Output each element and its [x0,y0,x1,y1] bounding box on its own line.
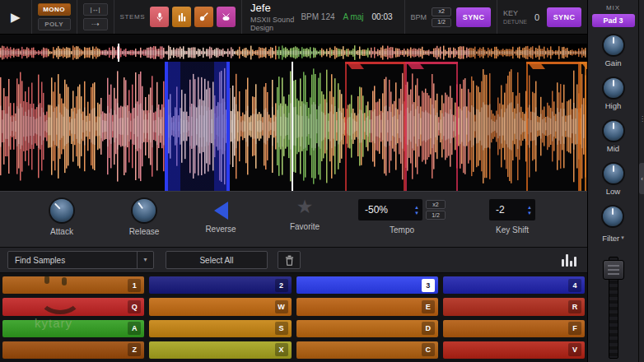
mono-button[interactable]: MONO [38,3,71,16]
reverse-label: Reverse [205,225,236,234]
pad-2[interactable]: 2 [149,276,291,294]
tempo-x2-button[interactable]: x2 [426,200,446,209]
pad-key-chip: D [422,322,435,335]
tempo-up-arrow[interactable]: ▲ [414,205,419,210]
pad-E[interactable]: E [296,298,438,315]
track-info: Jefe MSXII Sound Design [242,0,301,34]
collapse-panel-button[interactable]: ‹ [639,163,644,194]
trash-icon [285,255,294,266]
tempo-control: -50% ▲ ▼ x2 1/2 Tempo [349,199,455,234]
trim-mode-icon[interactable]: |↔| [83,3,108,16]
pad-key-chip: W [275,300,288,313]
tempo-half-button[interactable]: 1/2 [426,211,446,220]
knob-label: Gain [604,58,621,67]
pad-R[interactable]: R [443,298,585,315]
find-samples-label: Find Samples [8,256,137,265]
playback-mode-section: |↔| ·⇢ [77,0,114,34]
cue-segment[interactable] [345,62,405,191]
pad-Z[interactable]: Z [2,341,144,359]
cue-segment[interactable] [580,62,586,191]
pad-F[interactable]: F [443,320,585,337]
stem-drums-button[interactable] [217,7,236,27]
poly-button[interactable]: POLY [38,18,71,30]
pad-D[interactable]: D [296,320,438,337]
tempo-label: Tempo [390,225,414,234]
pad-3[interactable]: 3 [296,276,438,294]
release-control: Release [114,199,174,236]
bpm-readout: BPM 124 [301,12,334,21]
low-knob[interactable] [604,164,623,183]
high-knob[interactable] [604,78,623,98]
volume-fader[interactable] [597,257,630,362]
key-sync-button[interactable]: SYNC [547,7,581,27]
knob-label: Mid [607,144,619,153]
knob-indicator [613,80,614,86]
knob-label: High [605,101,622,110]
mixer-sidebar: MIX Pad 3 GainHighMidLow Filter ▾ [587,0,638,362]
key-labels: KEY DETUNE [503,9,527,25]
bpm-sync-button[interactable]: SYNC [456,7,491,27]
stem-melody-button[interactable] [172,7,191,27]
favorite-button[interactable]: ★ [296,196,314,217]
time-readout: 00:03 [372,12,393,21]
stem-bass-button[interactable] [194,7,213,27]
tempo-multiplier: x2 1/2 [426,200,446,220]
pad-key-chip: E [422,300,435,313]
pad-1[interactable]: 1 [2,276,144,294]
sampler-app: ▶ MONO POLY |↔| ·⇢ STEMS Jefe MSXII Soun… [0,0,644,362]
filter-knob[interactable] [603,207,623,226]
pad-A[interactable]: A [2,320,144,337]
tempo-down-arrow[interactable]: ▼ [414,211,419,216]
caret-down-icon[interactable]: ▾ [621,230,624,246]
key-sync-section: KEY DETUNE 0 SYNC [497,0,587,34]
pad-4[interactable]: 4 [443,276,585,294]
key-shift-up-arrow[interactable]: ▲ [527,205,532,210]
key-shift-value-box[interactable]: -2 ▲ ▼ [489,199,535,220]
pad-C[interactable]: C [296,341,438,359]
track-subtitle: MSXII Sound Design [250,16,295,32]
pad-X[interactable]: X [149,341,291,359]
find-samples-dropdown[interactable]: Find Samples ▾ [7,251,154,269]
stems-view-toggle[interactable] [562,253,576,267]
main-waveform[interactable] [0,62,587,191]
flow-mode-icon[interactable]: ·⇢ [83,18,108,30]
key-shift-down-arrow[interactable]: ▼ [527,211,532,216]
fader-handle[interactable] [603,260,624,280]
pad-Q[interactable]: Q [2,298,144,315]
stem-vocals-button[interactable] [150,7,169,27]
pad-key-chip: Z [128,343,141,356]
attack-knob[interactable] [50,199,73,222]
bpm-half-button[interactable]: 1/2 [432,18,451,27]
tempo-value-box[interactable]: -50% ▲ ▼ [358,199,422,220]
overview-waveform[interactable] [0,44,587,62]
overview-waveform-graphic [0,44,587,62]
pad-select-button[interactable]: Pad 3 [592,14,635,27]
pad-V[interactable]: V [443,341,585,359]
bpm-sync-section: BPM x2 1/2 SYNC [404,0,497,34]
pad-W[interactable]: W [149,298,291,315]
mid-knob[interactable] [604,121,623,141]
filter-label: Filter [602,234,619,243]
reverse-button[interactable] [214,202,228,220]
track-readouts: BPM 124 A maj 00:03 [301,12,392,21]
transport-section: ▶ [0,0,32,34]
loop-region[interactable] [165,62,230,191]
play-button[interactable]: ▶ [6,10,26,25]
drag-handle-icon[interactable]: ⋮ [639,115,644,123]
reverse-control: Reverse [189,199,252,234]
mixer-title: MIX [606,4,620,12]
bpm-x2-button[interactable]: x2 [432,7,451,16]
cue-segment[interactable] [526,62,580,191]
pad-key-chip: 4 [568,279,581,292]
gain-knob[interactable] [604,35,623,55]
pad-S[interactable]: S [149,320,291,337]
release-knob[interactable] [133,199,156,222]
cue-segment[interactable] [405,62,458,191]
stem-buttons [150,7,236,27]
stems-label: STEMS [120,13,146,21]
key-shift-label: Key Shift [496,225,529,234]
key-shift-steppers: ▲ ▼ [527,205,532,216]
tempo-steppers: ▲ ▼ [414,205,419,216]
delete-button[interactable] [278,251,301,269]
select-all-button[interactable]: Select All [166,251,268,269]
